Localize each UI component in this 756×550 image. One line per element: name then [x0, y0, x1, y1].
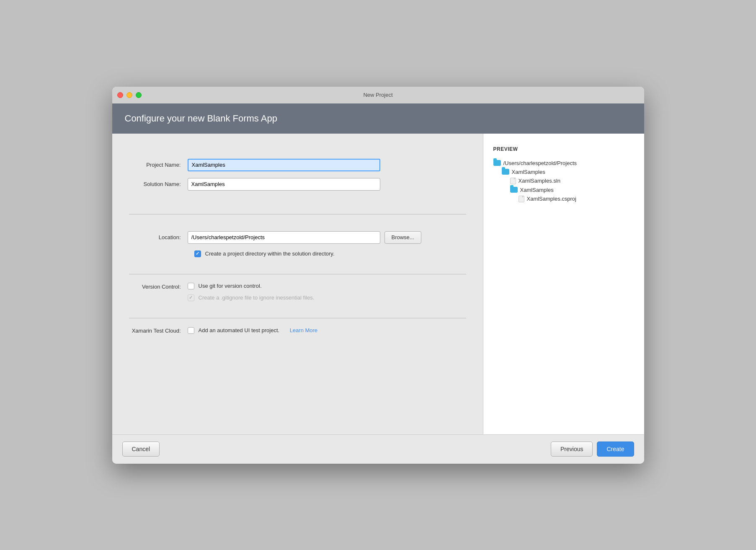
tree-item-label: XamlSamples [512, 169, 545, 175]
tree-item-label: XamlSamples [520, 187, 554, 193]
minimize-button[interactable] [126, 92, 132, 98]
add-test-project-container: Add an automated UI test project. Learn … [188, 327, 318, 334]
test-cloud-options: Add an automated UI test project. Learn … [188, 327, 318, 334]
footer-left: Cancel [122, 442, 160, 457]
tree-item: XamlSamples.csproj [493, 194, 634, 204]
add-test-project-checkbox[interactable] [188, 327, 194, 334]
project-name-input[interactable] [188, 159, 380, 171]
file-icon [519, 196, 524, 202]
cancel-button[interactable]: Cancel [122, 442, 160, 457]
previous-button[interactable]: Previous [551, 442, 593, 457]
create-dir-checkbox[interactable] [194, 250, 201, 257]
divider-1 [129, 214, 466, 214]
location-label: Location: [129, 234, 188, 240]
create-gitignore-checkbox[interactable] [188, 294, 194, 301]
tree-item: XamlSamples.sln [493, 176, 634, 186]
version-control-section: Version Control: Use git for version con… [112, 283, 483, 310]
add-test-project-label: Add an automated UI test project. [199, 327, 280, 333]
tree-item: XamlSamples [493, 186, 634, 194]
main-window: New Project Configure your new Blank For… [112, 87, 644, 464]
left-panel: Project Name: Solution Name: Location: B… [112, 134, 483, 434]
location-section: Location: Browse... Create a project dir… [112, 223, 483, 266]
create-dir-row: Create a project directory within the so… [194, 250, 458, 257]
project-name-label: Project Name: [129, 162, 188, 168]
solution-name-input[interactable] [188, 178, 380, 191]
project-name-row: Project Name: [129, 159, 458, 171]
create-gitignore-label: Create a .gitignore file to ignore iness… [199, 294, 315, 301]
version-control-options: Use git for version control. Create a .g… [188, 283, 315, 301]
footer: Cancel Previous Create [112, 434, 644, 464]
preview-title: PREVIEW [493, 146, 634, 152]
folder-icon [502, 169, 509, 175]
tree-item-label: XamlSamples.csproj [527, 196, 577, 202]
close-button[interactable] [117, 92, 123, 98]
test-cloud-row: Xamarin Test Cloud: Add an automated UI … [129, 327, 458, 334]
project-name-section: Project Name: Solution Name: [112, 150, 483, 206]
create-gitignore-container: Create a .gitignore file to ignore iness… [188, 294, 315, 301]
version-control-row: Version Control: Use git for version con… [129, 283, 458, 301]
use-git-container: Use git for version control. [188, 283, 315, 289]
tree-item: XamlSamples [493, 168, 634, 176]
tree-item: /Users/charlespetzold/Projects [493, 159, 634, 168]
window-title: New Project [363, 92, 392, 98]
divider-2 [129, 274, 466, 274]
right-panel: PREVIEW /Users/charlespetzold/Projects X… [483, 134, 644, 434]
page-header: Configure your new Blank Forms App [112, 103, 644, 134]
test-cloud-section: Xamarin Test Cloud: Add an automated UI … [112, 327, 483, 343]
folder-icon [493, 160, 501, 166]
file-icon [510, 178, 516, 184]
create-dir-label: Create a project directory within the so… [205, 250, 335, 257]
learn-more-link[interactable]: Learn More [290, 327, 317, 333]
title-bar: New Project [112, 87, 644, 103]
folder-icon [510, 187, 518, 193]
create-dir-checkbox-container: Create a project directory within the so… [194, 250, 335, 257]
create-button[interactable]: Create [597, 442, 634, 457]
test-cloud-label: Xamarin Test Cloud: [129, 327, 188, 334]
location-input[interactable] [188, 231, 380, 244]
location-input-group: Browse... [188, 231, 421, 244]
page-title: Configure your new Blank Forms App [125, 113, 277, 124]
solution-name-row: Solution Name: [129, 178, 458, 191]
tree-item-label: XamlSamples.sln [519, 178, 560, 184]
footer-right: Previous Create [551, 442, 634, 457]
use-git-label: Use git for version control. [199, 283, 262, 289]
use-git-checkbox[interactable] [188, 283, 194, 289]
solution-name-label: Solution Name: [129, 181, 188, 187]
window-controls [117, 92, 142, 98]
divider-3 [129, 318, 466, 318]
location-row: Location: Browse... [129, 231, 458, 244]
maximize-button[interactable] [136, 92, 142, 98]
tree-item-label: /Users/charlespetzold/Projects [503, 160, 577, 166]
content-area: Project Name: Solution Name: Location: B… [112, 134, 644, 434]
version-control-label: Version Control: [129, 283, 188, 290]
browse-button[interactable]: Browse... [384, 231, 421, 244]
